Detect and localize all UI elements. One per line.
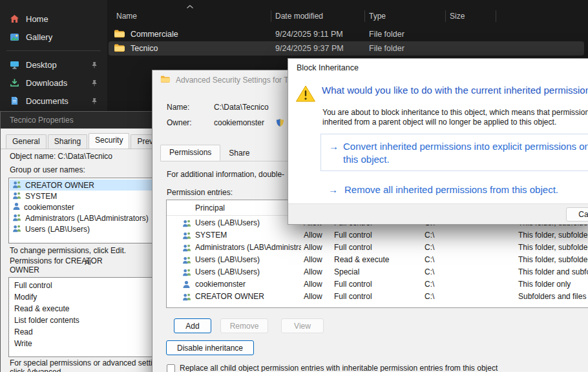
dialog-heading: What would you like to do with the curre…	[322, 85, 588, 96]
column-header-type[interactable]: Type	[365, 10, 446, 22]
file-type: File folder	[365, 44, 446, 53]
column-header-principal[interactable]: Principal	[195, 200, 225, 216]
gallery-icon	[9, 33, 19, 41]
object-name-row: Object name: C:\Data\Tecnico	[10, 152, 112, 161]
right-arrow-icon: →	[329, 141, 339, 152]
group-icon	[182, 256, 192, 264]
block-inheritance-dialog: Block Inheritance What would you like to…	[288, 58, 588, 225]
user-icon	[182, 280, 191, 288]
group-icon	[182, 268, 192, 276]
table-row[interactable]: SYSTEM Allow Full control C:\ This folde…	[167, 229, 588, 242]
cell-inherited-from: C:\	[425, 291, 434, 303]
group-icon	[12, 180, 22, 191]
file-row-commerciale[interactable]: Commerciale 9/24/2025 9:11 PM File folde…	[109, 27, 584, 41]
name-row: Name: C:\Data\Tecnico	[167, 103, 269, 112]
replace-checkbox[interactable]	[167, 364, 175, 372]
add-button[interactable]: Add	[174, 318, 211, 333]
convert-link-line2: this object.	[343, 154, 390, 165]
cell-applies-to: This folder only	[518, 278, 571, 291]
list-item-label: SYSTEM	[25, 192, 57, 201]
column-header-name[interactable]: Name	[107, 10, 271, 22]
cell-type: Allow	[304, 254, 322, 266]
remove-button[interactable]: Remove	[220, 318, 268, 333]
tab-general[interactable]: General	[6, 134, 47, 149]
sidebar-item-home[interactable]: Home	[4, 10, 103, 27]
sidebar-item-desktop[interactable]: Desktop	[4, 56, 103, 73]
view-button[interactable]: View	[281, 318, 324, 333]
sidebar-item-downloads[interactable]: Downloads	[4, 74, 103, 91]
remove-link-label: Remove all inherited permissions from th…	[344, 184, 558, 195]
object-name-label: Object name:	[10, 152, 56, 161]
owner-value: cookiemonster	[214, 118, 264, 127]
group-icon	[182, 293, 192, 301]
table-row[interactable]: Users (LAB\Users) Allow Special C:\ This…	[167, 266, 588, 278]
documents-icon	[9, 96, 19, 105]
cell-inherited-from: C:\	[425, 278, 434, 291]
convert-permissions-command-link[interactable]: → Convert inherited permissions into exp…	[320, 134, 588, 171]
cell-applies-to: This folder, subfolders and files	[518, 242, 588, 254]
group-icon	[12, 191, 22, 202]
sidebar-item-documents[interactable]: Documents	[4, 92, 103, 109]
right-arrow-icon: →	[328, 184, 338, 195]
sidebar-item-label: Downloads	[26, 78, 67, 88]
remove-permissions-command-link[interactable]: → Remove all inherited permissions from …	[328, 184, 558, 195]
group-icon	[12, 213, 22, 223]
column-header-size[interactable]: Size	[446, 10, 496, 22]
tab-sharing[interactable]: Sharing	[48, 134, 87, 149]
edit-hint-text: To change permissions, click Edit.	[10, 246, 126, 255]
tab-security[interactable]: Security	[89, 133, 129, 149]
table-row[interactable]: cookiemonster Allow Full control C:\ Thi…	[167, 278, 588, 291]
group-icon	[12, 224, 22, 234]
user-icon	[12, 202, 21, 212]
block-title-bar[interactable]: Block Inheritance	[288, 59, 588, 77]
cell-type: Allow	[304, 242, 322, 254]
list-item-label: Administrators (LAB\Administrators)	[25, 214, 149, 223]
table-row[interactable]: Users (LAB\Users) Allow Read & execute C…	[167, 254, 588, 266]
file-type: File folder	[365, 30, 446, 39]
uac-shield-icon	[276, 118, 284, 127]
block-footer: Cancel	[288, 203, 588, 224]
cell-applies-to: This folder and subfolders	[518, 266, 588, 278]
permission-entries-label: Permission entries:	[167, 188, 233, 197]
group-icon	[182, 243, 192, 252]
sort-ascending-icon[interactable]	[186, 2, 194, 11]
tab-permissions[interactable]: Permissions	[160, 145, 220, 161]
column-header-date-modified[interactable]: Date modified	[271, 10, 365, 22]
sidebar-item-gallery[interactable]: Gallery	[4, 28, 103, 45]
warning-icon	[295, 85, 316, 105]
object-name-value: C:\Data\Tecnico	[58, 152, 112, 161]
table-row[interactable]: CREATOR OWNER Allow Full control C:\ Sub…	[167, 291, 588, 303]
disable-inheritance-button[interactable]: Disable inheritance	[166, 340, 254, 355]
permissions-for-label: Permissions for CREATOR OWNER	[10, 256, 89, 274]
cell-inherited-from: C:\	[425, 266, 434, 278]
table-row[interactable]: Administrators (LAB\Administrat... Allow…	[167, 242, 588, 254]
name-value: C:\Data\Tecnico	[214, 103, 269, 112]
tab-share[interactable]: Share	[220, 146, 258, 161]
folder-icon	[114, 29, 125, 40]
cell-access: Full control	[334, 229, 372, 242]
name-label: Name:	[167, 103, 214, 112]
file-row-tecnico[interactable]: Tecnico 9/24/2025 9:37 PM File folder	[109, 41, 584, 56]
cell-applies-to: This folder, subfolders and files	[518, 229, 588, 242]
list-item-label: CREATOR OWNER	[25, 181, 94, 190]
group-names-label: Group or user names:	[10, 165, 85, 174]
replace-checkbox-label: Replace all child object permission entr…	[180, 364, 498, 372]
cell-access: Special	[334, 266, 359, 278]
file-date: 9/24/2025 9:37 PM	[271, 44, 365, 53]
info-text: For additional information, double-	[167, 170, 284, 179]
cell-access: Read & execute	[334, 254, 389, 266]
cell-inherited-from: C:\	[425, 242, 434, 254]
folder-icon	[160, 75, 171, 85]
cell-principal: Users (LAB\Users)	[195, 266, 301, 278]
block-title: Block Inheritance	[297, 63, 359, 72]
pin-icon	[91, 97, 98, 107]
downloads-icon	[9, 78, 19, 87]
file-name: Tecnico	[131, 44, 158, 53]
cell-type: Allow	[304, 278, 322, 291]
pin-icon	[91, 61, 98, 70]
sidebar-item-label: Gallery	[26, 32, 52, 42]
cancel-button[interactable]: Cancel	[566, 207, 588, 222]
dialog-body-line1: You are about to block inheritance to th…	[322, 108, 588, 117]
cell-applies-to: Subfolders and files only	[518, 291, 588, 303]
sidebar-item-label: Documents	[26, 96, 68, 106]
